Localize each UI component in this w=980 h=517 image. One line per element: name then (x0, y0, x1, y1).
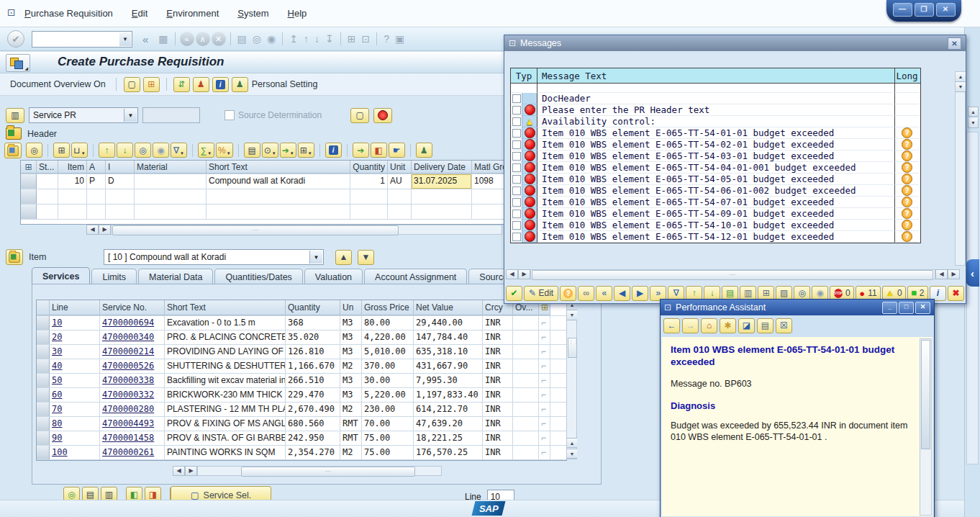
sort-ascending-icon[interactable]: ↑ (99, 143, 115, 158)
sort-descending-icon[interactable]: ↓ (117, 143, 133, 158)
display-icon[interactable]: ∞ (578, 286, 594, 301)
tab-valuation[interactable]: Valuation (304, 269, 363, 284)
cell-line[interactable]: 100 (50, 446, 100, 459)
row-select-button[interactable] (37, 345, 50, 359)
delete-rows-icon[interactable]: ⊔▼ (71, 143, 88, 158)
close-button[interactable]: ✕ (936, 3, 956, 17)
glossary-icon[interactable]: ◪ (738, 318, 755, 333)
menu-edit[interactable]: Edit (132, 8, 148, 19)
help-info-icon[interactable]: i (212, 77, 229, 92)
services-vscrollbar[interactable]: ▲ ▼ ⋮⋮ ▲ ▼ (566, 300, 577, 459)
cell-line[interactable]: 90 (50, 431, 100, 445)
long-text-icon[interactable]: ? (902, 220, 912, 230)
previous-message-icon[interactable]: ◀ (614, 286, 630, 301)
lock-icon[interactable]: ◧ (371, 143, 387, 158)
minimize-icon[interactable]: _ (882, 302, 897, 314)
find-icon[interactable]: ◎ (250, 33, 264, 45)
row-select-button[interactable] (37, 446, 50, 459)
tab-quantities-dates[interactable]: Quantities/Dates (214, 269, 302, 284)
enter-icon[interactable]: ✔ (7, 30, 24, 48)
long-text-icon[interactable]: ? (902, 174, 912, 184)
shopping-cart-icon[interactable]: ▥ (6, 108, 24, 123)
copy-rows-icon[interactable]: ⊞ (53, 143, 70, 158)
tab-services[interactable]: Services (32, 267, 90, 284)
scroll-right-icon[interactable]: ▶ (518, 269, 530, 279)
menu-environment[interactable]: Environment (166, 8, 219, 19)
services-for-object-icon[interactable]: ◢ (6, 54, 30, 72)
row-select-button[interactable] (21, 174, 37, 189)
previous-page-icon[interactable]: ↑ (301, 33, 312, 45)
header-folder-icon[interactable] (6, 127, 22, 140)
layout-icon[interactable]: ⊞▼ (298, 143, 314, 158)
edit-button[interactable]: ✎ Edit (524, 286, 558, 301)
hold-icon[interactable]: ☛ (389, 143, 405, 158)
tab-material-data[interactable]: Material Data (138, 269, 213, 284)
export-icon[interactable]: ➔▼ (280, 143, 296, 158)
sum-icon[interactable]: ∑▼ (198, 143, 214, 158)
scroll-left-icon[interactable]: ◀ (86, 225, 99, 235)
scroll-up-icon[interactable]: ▲ (968, 107, 979, 117)
message-checkbox[interactable] (512, 221, 521, 230)
collapse-toolbar-icon[interactable]: « (142, 33, 148, 45)
save-icon[interactable]: ▦ (155, 33, 171, 45)
close-icon[interactable]: ✕ (915, 302, 930, 314)
scroll-left-icon[interactable]: ◀ (173, 466, 185, 476)
find-next-icon[interactable]: ◉ (264, 33, 278, 45)
item-detail-folder-icon[interactable] (6, 249, 23, 265)
row-select-button[interactable] (37, 374, 50, 387)
message-checkbox[interactable] (512, 175, 521, 184)
row-select-button[interactable] (37, 431, 50, 445)
long-text-icon[interactable]: ? (902, 185, 912, 196)
message-checkbox[interactable] (512, 140, 521, 149)
find-next-icon[interactable]: ◉ (153, 143, 169, 158)
close-messages-icon[interactable]: ✖ (948, 286, 964, 301)
cell-line[interactable]: 10 (50, 316, 100, 330)
cell-service-no[interactable]: 4700000694 (100, 316, 165, 330)
views-icon[interactable]: ⊙▼ (262, 143, 278, 158)
cell-service-no[interactable]: 4700000214 (100, 345, 165, 359)
print-icon[interactable]: ▤ (244, 143, 260, 158)
long-text-icon[interactable]: ? (902, 150, 912, 161)
cell-service-no[interactable]: 4700000332 (100, 388, 165, 402)
documentation-icon[interactable]: ⌂ (701, 318, 717, 333)
messages-dialog-titlebar[interactable]: ⊡ Messages ✕ (504, 35, 966, 51)
personal-setting-icon[interactable]: ♟ (232, 77, 248, 92)
messages-hscrollbar[interactable]: ◀ ▶ ⋯ ◀ ▶ (506, 269, 964, 279)
help-icon[interactable]: ? (381, 33, 392, 45)
row-select-button[interactable] (37, 359, 50, 373)
back-icon[interactable]: ← (663, 318, 680, 333)
services-hscrollbar[interactable]: ◀ ▶ ⋯ (173, 465, 475, 476)
cell-line[interactable]: 50 (50, 374, 100, 387)
message-checkbox[interactable] (512, 117, 521, 126)
cell-service-no[interactable]: 4700000338 (100, 374, 165, 387)
document-overview-button[interactable]: Document Overview On (10, 79, 106, 89)
scroll-right2-icon[interactable]: ▶ (948, 269, 960, 279)
settings-icon[interactable]: ✱ (720, 318, 736, 333)
messages-icon[interactable]: ♟ (193, 77, 209, 92)
help-icon[interactable]: ? (560, 286, 576, 301)
help-vscrollbar[interactable] (920, 338, 932, 516)
command-dropdown-icon[interactable]: ▼ (119, 32, 131, 46)
long-text-icon[interactable]: ? (902, 162, 912, 173)
maximize-icon[interactable]: □ (899, 302, 914, 314)
continue-icon[interactable]: ✔ (506, 286, 522, 301)
document-number-field[interactable] (142, 107, 200, 123)
cell-line[interactable]: 70 (50, 403, 100, 416)
exit-icon[interactable]: ∧ (196, 32, 210, 46)
copy-document-icon[interactable]: ⊞ (143, 77, 160, 92)
row-select-button[interactable] (21, 189, 37, 204)
previous-item-icon[interactable]: ▲ (335, 250, 352, 265)
scroll-left2-icon[interactable]: ◀ (935, 269, 948, 279)
scroll-right-icon[interactable]: ▶ (185, 466, 197, 476)
tab-limits[interactable]: Limits (91, 269, 137, 284)
back-icon[interactable]: « (180, 32, 194, 46)
close-icon[interactable]: ✕ (948, 37, 961, 50)
cell-service-no[interactable]: 4700000261 (100, 446, 165, 459)
display-document-icon[interactable]: ▢ (350, 108, 369, 123)
filter-icon[interactable]: ∇▼ (171, 143, 187, 158)
row-select-button[interactable] (21, 204, 37, 219)
print-icon[interactable]: ▤ (235, 33, 250, 45)
scroll-down-icon[interactable]: ▼ (956, 82, 966, 92)
message-checkbox[interactable] (512, 129, 521, 138)
cell-line[interactable]: 60 (50, 388, 100, 402)
